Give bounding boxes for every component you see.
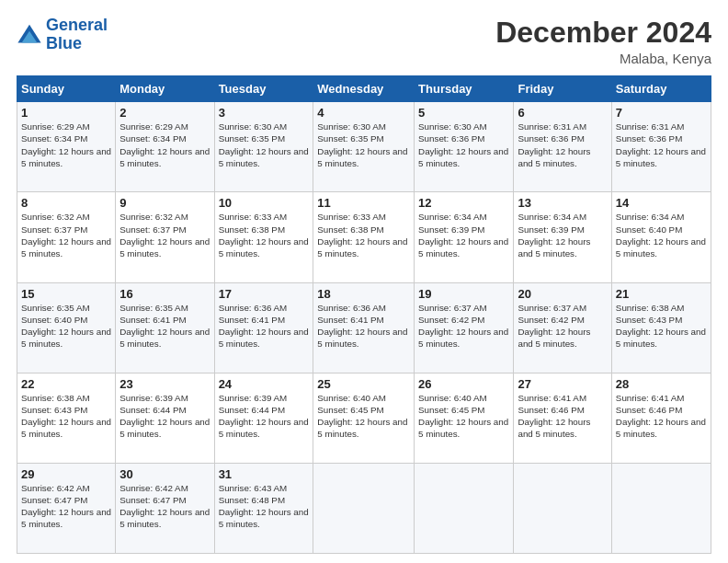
calendar-day-cell: 16 Sunrise: 6:35 AM Sunset: 6:41 PM Dayl… [116, 282, 214, 373]
daylight-label: Daylight: 12 hours and 5 minutes. [219, 417, 309, 439]
day-number: 26 [418, 377, 509, 391]
sunrise-label: Sunrise: 6:38 AM [21, 393, 90, 403]
daylight-label: Daylight: 12 hours and 5 minutes. [616, 146, 706, 168]
day-info: Sunrise: 6:37 AM Sunset: 6:42 PM Dayligh… [518, 302, 607, 350]
page: General Blue December 2024 Malaba, Kenya… [0, 0, 728, 563]
day-info: Sunrise: 6:33 AM Sunset: 6:38 PM Dayligh… [219, 211, 310, 259]
calendar-week-row: 22 Sunrise: 6:38 AM Sunset: 6:43 PM Dayl… [17, 373, 711, 463]
sunset-label: Sunset: 6:41 PM [317, 315, 383, 325]
calendar-week-row: 1 Sunrise: 6:29 AM Sunset: 6:34 PM Dayli… [17, 102, 711, 192]
sunset-label: Sunset: 6:34 PM [119, 133, 186, 144]
calendar-day-cell [611, 463, 711, 553]
calendar-day-cell: 9 Sunrise: 6:32 AM Sunset: 6:37 PM Dayli… [116, 192, 214, 282]
daylight-label: Daylight: 12 hours and 5 minutes. [21, 146, 111, 168]
sunset-label: Sunset: 6:39 PM [418, 224, 484, 235]
calendar-day-cell [514, 463, 611, 553]
day-info: Sunrise: 6:41 AM Sunset: 6:46 PM Dayligh… [616, 392, 707, 441]
daylight-label: Daylight: 12 hours and 5 minutes. [119, 236, 210, 259]
calendar-day-cell: 29 Sunrise: 6:42 AM Sunset: 6:47 PM Dayl… [17, 463, 116, 553]
sunrise-label: Sunrise: 6:36 AM [317, 303, 386, 313]
sunset-label: Sunset: 6:46 PM [518, 405, 584, 415]
calendar-body: 1 Sunrise: 6:29 AM Sunset: 6:34 PM Dayli… [17, 102, 711, 554]
sunset-label: Sunset: 6:42 PM [518, 315, 584, 325]
day-of-week-header: Tuesday [214, 76, 313, 102]
day-info: Sunrise: 6:29 AM Sunset: 6:34 PM Dayligh… [21, 121, 111, 169]
sunrise-label: Sunrise: 6:39 AM [119, 393, 188, 403]
sunrise-label: Sunrise: 6:40 AM [418, 393, 487, 403]
day-info: Sunrise: 6:41 AM Sunset: 6:46 PM Dayligh… [518, 392, 607, 441]
day-info: Sunrise: 6:31 AM Sunset: 6:36 PM Dayligh… [616, 121, 707, 169]
title-area: December 2024 Malaba, Kenya [495, 17, 711, 66]
sunrise-label: Sunrise: 6:40 AM [317, 393, 386, 403]
calendar-day-cell: 18 Sunrise: 6:36 AM Sunset: 6:41 PM Dayl… [313, 282, 415, 373]
day-info: Sunrise: 6:38 AM Sunset: 6:43 PM Dayligh… [616, 302, 707, 350]
sunrise-label: Sunrise: 6:30 AM [317, 121, 386, 132]
logo: General Blue [17, 17, 108, 53]
sunrise-label: Sunrise: 6:42 AM [21, 483, 90, 493]
daylight-label: Daylight: 12 hours and 5 minutes. [616, 327, 706, 349]
sunset-label: Sunset: 6:45 PM [317, 405, 383, 415]
daylight-label: Daylight: 12 hours and 5 minutes. [219, 327, 309, 349]
day-number: 27 [518, 377, 607, 391]
calendar-day-cell: 31 Sunrise: 6:43 AM Sunset: 6:48 PM Dayl… [214, 463, 313, 553]
day-number: 14 [616, 196, 707, 210]
sunset-label: Sunset: 6:46 PM [616, 405, 682, 415]
calendar-day-cell: 25 Sunrise: 6:40 AM Sunset: 6:45 PM Dayl… [313, 373, 415, 463]
calendar-day-cell: 2 Sunrise: 6:29 AM Sunset: 6:34 PM Dayli… [116, 102, 214, 192]
month-title: December 2024 [495, 17, 711, 49]
daylight-label: Daylight: 12 hours and 5 minutes. [119, 327, 210, 349]
day-number: 25 [317, 377, 410, 391]
sunset-label: Sunset: 6:37 PM [21, 224, 87, 235]
calendar-day-cell: 3 Sunrise: 6:30 AM Sunset: 6:35 PM Dayli… [214, 102, 313, 192]
daylight-label: Daylight: 12 hours and 5 minutes. [119, 507, 210, 529]
day-info: Sunrise: 6:30 AM Sunset: 6:35 PM Dayligh… [317, 121, 410, 169]
day-of-week-header: Thursday [415, 76, 514, 102]
sunset-label: Sunset: 6:44 PM [119, 405, 186, 415]
calendar-week-row: 29 Sunrise: 6:42 AM Sunset: 6:47 PM Dayl… [17, 463, 711, 553]
calendar-day-cell: 20 Sunrise: 6:37 AM Sunset: 6:42 PM Dayl… [514, 282, 611, 373]
sunrise-label: Sunrise: 6:34 AM [616, 212, 685, 222]
calendar-day-cell: 21 Sunrise: 6:38 AM Sunset: 6:43 PM Dayl… [611, 282, 711, 373]
sunrise-label: Sunrise: 6:33 AM [317, 212, 386, 222]
sunrise-label: Sunrise: 6:33 AM [219, 212, 288, 222]
day-number: 8 [21, 196, 111, 210]
sunset-label: Sunset: 6:44 PM [219, 405, 285, 415]
sunset-label: Sunset: 6:38 PM [317, 224, 383, 235]
sunrise-label: Sunrise: 6:35 AM [21, 303, 90, 313]
sunset-label: Sunset: 6:43 PM [616, 315, 682, 325]
calendar-day-cell: 11 Sunrise: 6:33 AM Sunset: 6:38 PM Dayl… [313, 192, 415, 282]
day-number: 2 [119, 106, 210, 120]
calendar-week-row: 8 Sunrise: 6:32 AM Sunset: 6:37 PM Dayli… [17, 192, 711, 282]
calendar-day-cell: 19 Sunrise: 6:37 AM Sunset: 6:42 PM Dayl… [415, 282, 514, 373]
daylight-label: Daylight: 12 hours and 5 minutes. [219, 507, 309, 529]
sunset-label: Sunset: 6:36 PM [418, 133, 484, 144]
sunset-label: Sunset: 6:43 PM [21, 405, 87, 415]
header: General Blue December 2024 Malaba, Kenya [17, 17, 711, 66]
day-of-week-header: Saturday [611, 76, 711, 102]
sunrise-label: Sunrise: 6:30 AM [418, 121, 487, 132]
calendar-day-cell: 10 Sunrise: 6:33 AM Sunset: 6:38 PM Dayl… [214, 192, 313, 282]
day-number: 30 [119, 467, 210, 481]
day-info: Sunrise: 6:38 AM Sunset: 6:43 PM Dayligh… [21, 392, 111, 441]
sunset-label: Sunset: 6:39 PM [518, 224, 584, 235]
day-info: Sunrise: 6:31 AM Sunset: 6:36 PM Dayligh… [518, 121, 607, 169]
day-number: 15 [21, 287, 111, 301]
calendar-day-cell [415, 463, 514, 553]
sunset-label: Sunset: 6:48 PM [219, 495, 285, 505]
calendar-day-cell: 26 Sunrise: 6:40 AM Sunset: 6:45 PM Dayl… [415, 373, 514, 463]
calendar-day-cell: 28 Sunrise: 6:41 AM Sunset: 6:46 PM Dayl… [611, 373, 711, 463]
day-info: Sunrise: 6:29 AM Sunset: 6:34 PM Dayligh… [119, 121, 210, 169]
daylight-label: Daylight: 12 hours and 5 minutes. [317, 327, 407, 349]
sunrise-label: Sunrise: 6:34 AM [418, 212, 487, 222]
day-number: 9 [119, 196, 210, 210]
calendar-day-cell: 4 Sunrise: 6:30 AM Sunset: 6:35 PM Dayli… [313, 102, 415, 192]
day-number: 18 [317, 287, 410, 301]
sunset-label: Sunset: 6:35 PM [317, 133, 383, 144]
day-number: 20 [518, 287, 607, 301]
daylight-label: Daylight: 12 hours and 5 minutes. [317, 417, 407, 439]
sunset-label: Sunset: 6:40 PM [21, 315, 87, 325]
day-number: 10 [219, 196, 310, 210]
sunset-label: Sunset: 6:47 PM [119, 495, 186, 505]
day-of-week-header: Monday [116, 76, 214, 102]
day-info: Sunrise: 6:36 AM Sunset: 6:41 PM Dayligh… [219, 302, 310, 350]
